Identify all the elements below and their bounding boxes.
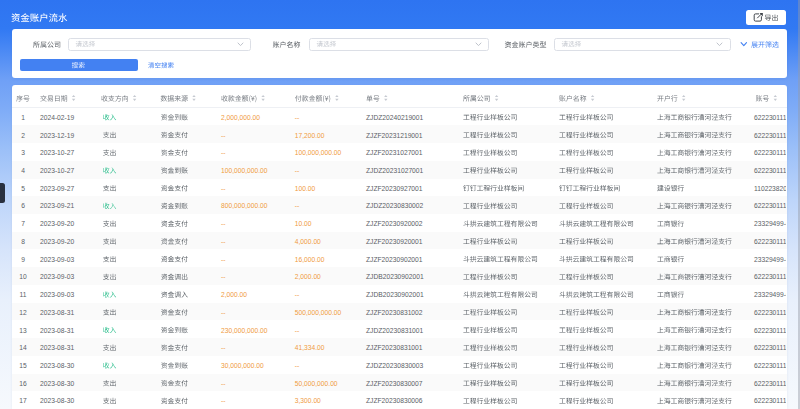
svg-text:2: 2 <box>21 132 25 139</box>
svg-text:2023-10-27: 2023-10-27 <box>40 167 74 174</box>
svg-text:2023-09-27: 2023-09-27 <box>40 185 74 192</box>
svg-text:23329499-001: 23329499-001 <box>754 256 797 263</box>
svg-text:--: -- <box>221 344 225 351</box>
svg-text:2023-09-20: 2023-09-20 <box>40 238 74 245</box>
svg-text:--: -- <box>221 256 225 263</box>
svg-text:--: -- <box>221 309 225 316</box>
svg-text:6222301112022382: 6222301112022382 <box>754 202 800 209</box>
svg-text:7: 7 <box>21 220 25 227</box>
svg-text:ZJDZ20240219001: ZJDZ20240219001 <box>366 114 424 121</box>
svg-text:ZJZF20230927001: ZJZF20230927001 <box>366 185 423 192</box>
svg-text:ZJZF20230831002: ZJZF20230831002 <box>366 309 423 316</box>
svg-text:50,000,000.00: 50,000,000.00 <box>295 380 338 387</box>
svg-text:23329499-001: 23329499-001 <box>754 220 797 227</box>
svg-text:6222301112022382: 6222301112022382 <box>754 327 800 334</box>
svg-text:6222301112022382: 6222301112022382 <box>754 167 800 174</box>
svg-text:10.00: 10.00 <box>295 220 312 227</box>
svg-text:6: 6 <box>21 202 25 209</box>
svg-text:3: 3 <box>21 149 25 156</box>
svg-text:6222301112022382: 6222301112022382 <box>754 132 800 139</box>
svg-text:100,000,000.00: 100,000,000.00 <box>295 149 342 156</box>
svg-text:500,000,000.00: 500,000,000.00 <box>295 309 342 316</box>
svg-text:--: -- <box>221 273 225 280</box>
svg-text:10: 10 <box>19 273 27 280</box>
svg-text:2024-02-19: 2024-02-19 <box>40 114 74 121</box>
svg-text:--: -- <box>221 380 225 387</box>
svg-text:--: -- <box>295 362 299 369</box>
svg-text:2023-10-27: 2023-10-27 <box>40 149 74 156</box>
svg-text:2023-08-31: 2023-08-31 <box>40 344 74 351</box>
svg-text:ZJZF20230920002: ZJZF20230920002 <box>366 220 423 227</box>
svg-text:--: -- <box>295 291 299 298</box>
svg-text:ZJZF20230902001: ZJZF20230902001 <box>366 256 423 263</box>
svg-text:30,000,000.00: 30,000,000.00 <box>221 362 264 369</box>
svg-text:2023-08-31: 2023-08-31 <box>40 309 74 316</box>
svg-text:100.00: 100.00 <box>295 185 316 192</box>
svg-text:1102238202345: 1102238202345 <box>754 185 800 192</box>
svg-text:ZJDZ20230830002: ZJDZ20230830002 <box>366 202 424 209</box>
svg-text:2023-08-30: 2023-08-30 <box>40 397 74 404</box>
svg-text:16,000.00: 16,000.00 <box>295 256 325 263</box>
svg-text:9: 9 <box>21 256 25 263</box>
svg-text:2,000.00: 2,000.00 <box>221 291 247 298</box>
svg-text:16: 16 <box>19 380 27 387</box>
svg-text:2023-08-30: 2023-08-30 <box>40 362 74 369</box>
svg-text:3,300.00: 3,300.00 <box>295 397 321 404</box>
svg-text:230,000,000.00: 230,000,000.00 <box>221 327 268 334</box>
svg-text:ZJZF20230920001: ZJZF20230920001 <box>366 238 423 245</box>
svg-text:2023-08-30: 2023-08-30 <box>40 380 74 387</box>
svg-text:17: 17 <box>19 397 27 404</box>
svg-text:2023-12-19: 2023-12-19 <box>40 132 74 139</box>
svg-text:6222301112022382: 6222301112022382 <box>754 238 800 245</box>
svg-text:--: -- <box>221 149 225 156</box>
svg-text:4: 4 <box>21 167 25 174</box>
svg-text:--: -- <box>221 220 225 227</box>
svg-text:--: -- <box>295 327 299 334</box>
svg-text:ZJZF20231219001: ZJZF20231219001 <box>366 132 423 139</box>
svg-text:8: 8 <box>21 238 25 245</box>
svg-text:14: 14 <box>19 344 27 351</box>
svg-text:2,000.00: 2,000.00 <box>295 273 321 280</box>
svg-text:ZJDZ20230831001: ZJDZ20230831001 <box>366 327 424 334</box>
svg-text:15: 15 <box>19 362 27 369</box>
svg-text:12: 12 <box>19 309 27 316</box>
svg-text:2023-09-03: 2023-09-03 <box>40 291 74 298</box>
svg-text:2023-09-21: 2023-09-21 <box>40 202 74 209</box>
svg-text:ZJZF20230831001: ZJZF20230831001 <box>366 344 423 351</box>
svg-text:6222301112022382: 6222301112022382 <box>754 380 800 387</box>
svg-text:800,000,000.00: 800,000,000.00 <box>221 202 268 209</box>
svg-text:6222301112022382: 6222301112022382 <box>754 149 800 156</box>
svg-text:--: -- <box>221 185 225 192</box>
svg-text:4,000.00: 4,000.00 <box>295 238 321 245</box>
svg-text:100,000,000.00: 100,000,000.00 <box>221 167 268 174</box>
svg-text:11: 11 <box>20 291 27 298</box>
svg-text:ZJZF20230830006: ZJZF20230830006 <box>366 397 423 404</box>
svg-text:ZJDZ20230830003: ZJDZ20230830003 <box>366 362 424 369</box>
svg-text:--: -- <box>295 202 299 209</box>
svg-text:ZJDB20230902001: ZJDB20230902001 <box>366 291 424 298</box>
svg-text:13: 13 <box>19 327 27 334</box>
svg-text:23329499-001: 23329499-001 <box>754 291 797 298</box>
svg-text:--: -- <box>221 132 225 139</box>
svg-text:6222301112022382: 6222301112022382 <box>754 397 800 404</box>
svg-text:--: -- <box>295 167 299 174</box>
svg-text:ZJDZ20231027001: ZJDZ20231027001 <box>366 167 424 174</box>
svg-text:2023-09-03: 2023-09-03 <box>40 256 74 263</box>
svg-text:--: -- <box>295 114 299 121</box>
svg-text:--: -- <box>221 397 225 404</box>
svg-text:2023-09-20: 2023-09-20 <box>40 220 74 227</box>
svg-text:2023-08-31: 2023-08-31 <box>40 327 74 334</box>
svg-text:5: 5 <box>21 185 25 192</box>
svg-text:ZJDB20230902001: ZJDB20230902001 <box>366 273 424 280</box>
svg-text:6222301112022382: 6222301112022382 <box>754 114 800 121</box>
svg-text:41,334.00: 41,334.00 <box>295 344 325 351</box>
svg-text:--: -- <box>221 238 225 245</box>
svg-text:6222301112022382: 6222301112022382 <box>754 362 800 369</box>
svg-text:6222301112022382: 6222301112022382 <box>754 344 800 351</box>
svg-text:ZJZF20230830007: ZJZF20230830007 <box>366 380 423 387</box>
svg-text:1: 1 <box>21 114 25 121</box>
svg-text:17,200.00: 17,200.00 <box>295 132 325 139</box>
svg-text:2023-09-03: 2023-09-03 <box>40 273 74 280</box>
svg-text:6222301112022382: 6222301112022382 <box>754 309 800 316</box>
svg-text:ZJZF20231027001: ZJZF20231027001 <box>366 149 423 156</box>
